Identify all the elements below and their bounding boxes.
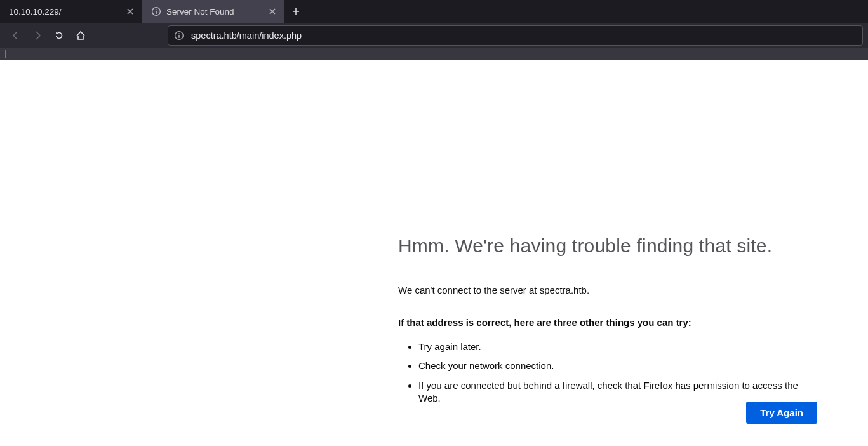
tab-1[interactable]: Server Not Found (142, 0, 284, 23)
try-again-button[interactable]: Try Again (746, 402, 817, 424)
tab-1-title: Server Not Found (166, 7, 263, 17)
url-text: spectra.htb/main/index.php (191, 30, 857, 41)
tab-0-close-icon[interactable] (124, 6, 136, 17)
tab-strip: 10.10.10.229/ Server Not Found (0, 0, 868, 23)
identity-info-icon[interactable] (173, 30, 185, 41)
back-button[interactable] (5, 25, 27, 46)
error-message: We can't connect to the server at spectr… (398, 285, 817, 295)
button-row: Try Again (398, 402, 817, 424)
home-button[interactable] (70, 25, 91, 46)
list-item: If you are connected but behind a firewa… (418, 379, 817, 405)
url-bar[interactable]: spectra.htb/main/index.php (168, 25, 863, 46)
tab-1-close-icon[interactable] (267, 6, 278, 17)
error-container: Hmm. We're having trouble finding that s… (398, 235, 817, 411)
page-content: Hmm. We're having trouble finding that s… (0, 60, 868, 446)
list-item: Check your network connection. (418, 360, 817, 372)
tab-0-title: 10.10.10.229/ (9, 7, 121, 17)
error-subheading: If that address is correct, here are thr… (398, 317, 817, 328)
forward-button[interactable] (27, 25, 48, 46)
error-title: Hmm. We're having trouble finding that s… (398, 235, 817, 257)
browser-chrome: 10.10.10.229/ Server Not Found (0, 0, 868, 60)
info-icon (151, 6, 161, 17)
bookmarks-bar (0, 48, 868, 60)
new-tab-button[interactable] (284, 0, 307, 23)
tab-0[interactable]: 10.10.10.229/ (0, 0, 142, 23)
error-suggestions: Try again later. Check your network conn… (398, 341, 817, 405)
list-item: Try again later. (418, 341, 817, 353)
nav-toolbar: spectra.htb/main/index.php (0, 23, 868, 48)
reload-button[interactable] (48, 25, 70, 46)
